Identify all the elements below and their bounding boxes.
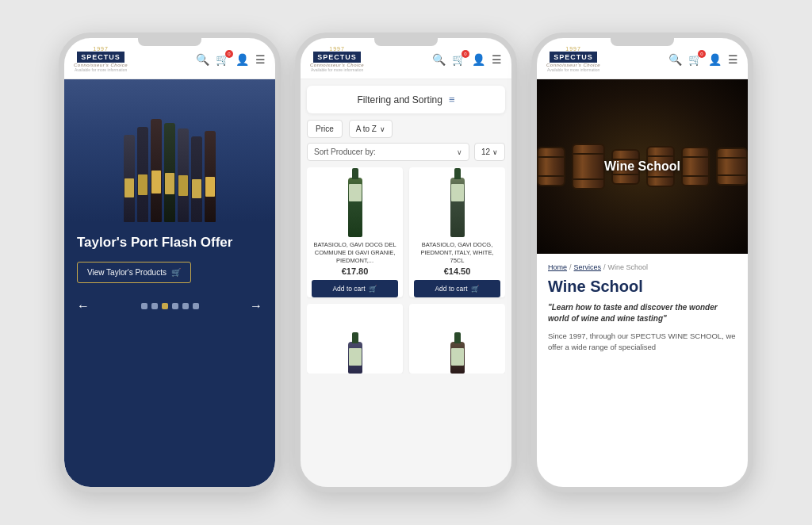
cart-icon[interactable]: 🛒0 [216,53,229,66]
price-filter[interactable]: Price [307,120,343,138]
bottle-image-1 [348,178,362,237]
filter-card: Filtering and Sorting ≡ [307,86,505,113]
product-card-3 [307,304,403,374]
dot-5[interactable] [182,303,189,309]
hero-image [64,79,275,222]
logo-phone3: 1997 SPECTUS Connoisseur's Choice Availa… [546,46,600,72]
user-icon-3[interactable]: 👤 [708,53,722,66]
search-icon-2[interactable]: 🔍 [432,53,446,66]
filter-label: Filtering and Sorting [358,94,442,105]
dot-4[interactable] [172,303,178,309]
barrel-2 [572,144,605,190]
logo-phone2: 1997 SPECTUS Connoisseur's Choice Availa… [310,46,364,72]
menu-icon-2[interactable]: ☰ [492,53,502,66]
header-icons-1: 🔍 🛒0 👤 ☰ [196,53,266,66]
phone2-header: 1997 SPECTUS Connoisseur's Choice Availa… [301,38,511,79]
cart-icon-product-1: 🛒 [369,285,377,293]
product-bottle-2 [450,174,465,237]
product-bottle-4 [450,310,465,374]
logo-name: SPECTUS [77,52,124,63]
phone1-hero: Taylor's Port Flash Offer View Taylor's … [64,79,275,487]
prev-arrow[interactable]: ← [77,299,90,313]
wine-hero: Wine School [537,79,748,254]
phone-3: 1997 SPECTUS Connoisseur's Choice Availa… [531,33,753,492]
search-icon-3[interactable]: 🔍 [668,53,682,66]
user-icon-2[interactable]: 👤 [472,53,485,66]
chevron-down-icon-2: ∨ [457,148,462,156]
phone3-header: 1997 SPECTUS Connoisseur's Choice Availa… [537,38,748,79]
phone-2: 1997 SPECTUS Connoisseur's Choice Availa… [295,33,517,492]
logo-tagline-3: Available for more information [547,67,599,72]
user-icon[interactable]: 👤 [236,53,249,66]
wine-quote: "Learn how to taste and discover the won… [548,302,737,324]
cart-badge-3: 0 [698,50,706,58]
logo-year-3: 1997 [565,46,581,52]
search-icon[interactable]: 🔍 [196,53,209,66]
product-price-1: €17.80 [342,266,369,276]
product-price-2: €14.50 [444,266,471,276]
carousel-dots [141,303,199,309]
add-to-cart-button-2[interactable]: Add to cart 🛒 [414,280,500,297]
product-card-4 [409,304,505,374]
logo-name-3: SPECTUS [550,52,597,63]
cart-badge-2: 0 [462,50,469,58]
breadcrumb-services[interactable]: Services [574,263,602,271]
wine-school-hero-title: Wine School [604,159,680,174]
barrel-1 [537,147,565,186]
cart-icon-2[interactable]: 🛒0 [452,53,465,66]
barrel-5 [681,147,710,186]
filter-row: Price A to Z ∨ [307,120,505,138]
per-page-value: 12 [481,148,490,156]
cart-icon-3[interactable]: 🛒0 [688,53,702,66]
product-name-1: BATASIOLO, GAVI DOCG DEL COMMUNE DI GAVI… [312,241,398,264]
product-bottle-1 [348,174,362,237]
chevron-down-icon: ∨ [380,125,385,133]
hero-title: Taylor's Port Flash Offer [77,235,262,251]
breadcrumb-home[interactable]: Home [548,263,567,271]
logo-tagline-2: Available for more information [311,67,363,72]
product-card-2: BATASIOLO, GAVI DOCG, PIEDMONT, ITALY, W… [409,167,505,297]
logo-tagline: Available for more information [75,67,127,72]
sort-az-select[interactable]: A to Z ∨ [349,120,393,138]
header-icons-3: 🔍 🛒0 👤 ☰ [668,53,738,66]
dot-6[interactable] [193,303,199,309]
phone1-header: 1997 SPECTUS Connoisseur's Choice Availa… [64,38,275,79]
dot-3-active[interactable] [162,303,168,309]
add-to-cart-label-2: Add to cart [435,285,467,293]
product-bottle-3 [348,310,362,374]
logo-phone1: 1997 SPECTUS Connoisseur's Choice Availa… [74,46,128,72]
sort-producer-label: Sort Producer by: [314,148,376,156]
view-products-label: View Taylor's Products [87,268,167,277]
barrel-6 [716,148,748,186]
hero-text: Taylor's Port Flash Offer View Taylor's … [64,222,275,291]
breadcrumb-current: Wine School [608,263,649,271]
view-products-button[interactable]: View Taylor's Products 🛒 [77,262,191,283]
sort-az-label: A to Z [356,125,377,133]
phone-1: 1997 SPECTUS Connoisseur's Choice Availa… [59,33,281,492]
bottle-image-4 [450,342,465,374]
add-to-cart-label-1: Add to cart [332,285,365,293]
product-name-2: BATASIOLO, GAVI DOCG, PIEDMONT, ITALY, W… [414,241,500,264]
logo-year: 1997 [93,46,109,52]
menu-icon-3[interactable]: ☰ [728,53,738,66]
product-card-1: BATASIOLO, GAVI DOCG DEL COMMUNE DI GAVI… [307,167,403,297]
dot-1[interactable] [141,303,147,309]
dot-2[interactable] [151,303,158,309]
bottles-row [124,119,216,222]
bottle-image-3 [348,342,362,374]
logo-year-2: 1997 [329,46,345,52]
bottle-image-2 [450,178,465,237]
add-to-cart-button-1[interactable]: Add to cart 🛒 [312,280,398,297]
wine-description: Since 1997, through our SPECTUS WINE SCH… [548,331,737,354]
wine-school-title: Wine School [548,278,737,296]
header-icons-2: 🔍 🛒0 👤 ☰ [432,53,502,66]
phone3-content: Home / Services / Wine School Wine Schoo… [537,254,748,487]
cart-icon-product-2: 🛒 [471,285,480,293]
phone1-footer: ← → [64,291,275,321]
next-arrow[interactable]: → [250,299,262,313]
cart-icon-btn: 🛒 [171,268,181,277]
menu-icon[interactable]: ☰ [255,53,266,66]
per-page-select[interactable]: 12 ∨ [474,143,505,161]
products-grid: BATASIOLO, GAVI DOCG DEL COMMUNE DI GAVI… [307,167,505,374]
sort-producer-select[interactable]: Sort Producer by: ∨ [307,143,469,161]
